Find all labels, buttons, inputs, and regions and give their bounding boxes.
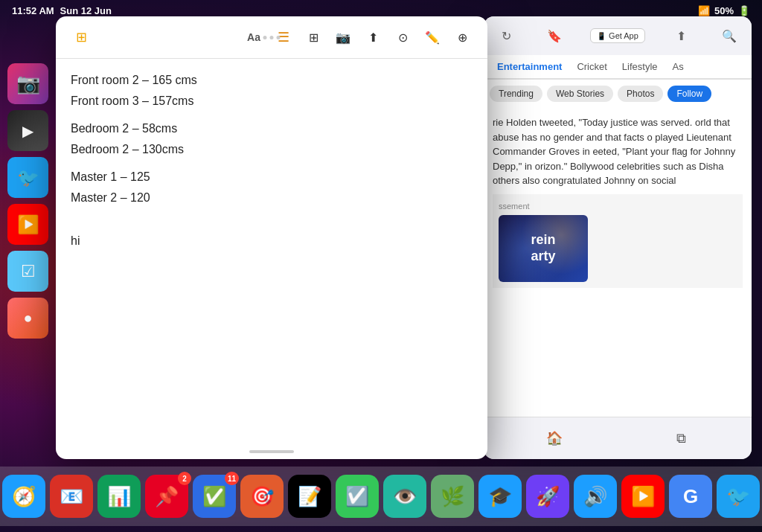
ad-banner: reinarty bbox=[499, 215, 588, 282]
toolbar-left: ⊞ bbox=[68, 24, 95, 51]
browser-nav-tab[interactable]: Lifestyle bbox=[615, 55, 665, 80]
status-left: 11:52 AM Sun 12 Jun bbox=[12, 5, 112, 16]
bookmark-button[interactable]: 🔖 bbox=[542, 24, 566, 48]
dock-icon-skillshare[interactable]: 🎓 bbox=[478, 475, 522, 518]
notes-line: Master 1 – 125 bbox=[71, 167, 473, 187]
twitter-thumb[interactable]: 🐦 bbox=[7, 157, 48, 198]
notes-window: ⊞ Aa ☰ ⊞ 📷 ⬆ ⊙ ✏️ ⊕ Front room 2 – 165 c… bbox=[56, 16, 487, 459]
browser-nav-tab[interactable]: Entertainment bbox=[490, 55, 569, 80]
dock-icon-twitter[interactable]: 🐦 bbox=[717, 475, 760, 518]
video-thumb[interactable]: ▶ bbox=[7, 110, 48, 151]
dock-app-icon: 🔊 bbox=[583, 485, 607, 508]
browser-content: rie Holden tweeted, "Today justice was s… bbox=[484, 108, 752, 417]
get-app-button[interactable]: 📱 Get App bbox=[590, 28, 645, 43]
filter-tab[interactable]: Web Stories bbox=[547, 86, 613, 102]
dock-icon-owly[interactable]: 👁️ bbox=[383, 475, 426, 518]
filter-tab[interactable]: Photos bbox=[618, 86, 663, 102]
dock: 💬🧭📧📊📌2✅11🎯📝☑️👁️🌿🎓🚀🔊▶️G🐦📩1 bbox=[0, 467, 762, 526]
dock-app-icon: 📝 bbox=[298, 485, 321, 508]
youtube-thumb[interactable]: ▶️ bbox=[7, 204, 48, 245]
status-right: 📶 50% 🔋 bbox=[698, 5, 750, 16]
time: 11:52 AM bbox=[12, 5, 54, 16]
ad-text: reinarty bbox=[531, 232, 555, 264]
refresh-button[interactable]: ↻ bbox=[494, 24, 518, 48]
dock-icon-google[interactable]: G bbox=[669, 475, 712, 518]
browser-share-button[interactable]: ⬆ bbox=[669, 24, 693, 48]
filter-tabs: TrendingWeb StoriesPhotosFollow bbox=[484, 80, 752, 108]
table-button[interactable]: ⊞ bbox=[300, 24, 327, 51]
browser-home-button[interactable]: 🏠 bbox=[541, 425, 568, 452]
status-bar: 11:52 AM Sun 12 Jun 📶 50% 🔋 bbox=[0, 0, 762, 21]
dock-app-icon: ✅ bbox=[202, 485, 226, 508]
dock-icon-checkmark[interactable]: ☑️ bbox=[336, 475, 379, 518]
dock-icon-youtube[interactable]: ▶️ bbox=[621, 475, 665, 518]
dock-icon-feedly[interactable]: 🌿 bbox=[431, 475, 474, 518]
notes-line: Master 2 – 120 bbox=[71, 188, 473, 208]
filter-tab[interactable]: Trending bbox=[490, 86, 542, 102]
dock-icon-notion[interactable]: 📝 bbox=[288, 475, 331, 518]
toolbar-dots bbox=[263, 36, 281, 39]
browser-toolbar: ↻ 🔖 📱 Get App ⬆ 🔍 bbox=[484, 16, 752, 55]
battery-icon: 🔋 bbox=[738, 5, 750, 16]
dock-app-icon: 🚀 bbox=[536, 485, 560, 508]
notes-line bbox=[71, 224, 473, 230]
dock-app-icon: 📌 bbox=[155, 485, 179, 508]
notes-line bbox=[71, 160, 473, 166]
pen-button[interactable]: ⊙ bbox=[389, 24, 416, 51]
notes-line: Front room 2 – 165 cms bbox=[71, 71, 473, 90]
dock-badge: 2 bbox=[178, 472, 191, 485]
browser-nav-tabs: EntertainmentCricketLifestyleAs bbox=[484, 55, 752, 80]
dock-app-icon: G bbox=[683, 485, 698, 508]
tasks-thumb[interactable]: ☑ bbox=[7, 251, 48, 292]
battery: 50% bbox=[714, 5, 734, 16]
app-thumb[interactable]: ● bbox=[7, 298, 48, 339]
dock-icon-focus[interactable]: 🎯 bbox=[240, 475, 284, 518]
dock-icon-google-sheets[interactable]: 📊 bbox=[97, 475, 141, 518]
notes-content[interactable]: Front room 2 – 165 cmsFront room 3 – 157… bbox=[56, 59, 487, 444]
dock-app-icon: 📊 bbox=[107, 485, 131, 508]
dock-app-icon: 👁️ bbox=[393, 485, 417, 508]
dock-icon-things[interactable]: ✅11 bbox=[193, 475, 236, 518]
instagram-thumb[interactable]: 📷 bbox=[7, 63, 48, 104]
dock-icon-pinterest[interactable]: 📌2 bbox=[145, 475, 188, 518]
article-text: rie Holden tweeted, "Today justice was s… bbox=[493, 115, 743, 188]
dock-app-icon: 🐦 bbox=[726, 485, 750, 508]
notes-line bbox=[71, 112, 473, 118]
notes-line bbox=[71, 217, 473, 222]
browser-nav-tab[interactable]: As bbox=[665, 55, 691, 80]
notes-line: Front room 3 – 157cms bbox=[71, 92, 473, 111]
browser-window: ↻ 🔖 📱 Get App ⬆ 🔍 EntertainmentCricketLi… bbox=[484, 16, 752, 459]
notes-line: Bedroom 2 – 58cms bbox=[71, 119, 473, 138]
browser-nav-tab[interactable]: Cricket bbox=[569, 55, 614, 80]
browser-tabs-button[interactable]: ⧉ bbox=[667, 425, 694, 452]
share-button[interactable]: ⬆ bbox=[359, 24, 386, 51]
compose-button[interactable]: ✏️ bbox=[419, 24, 446, 51]
dock-app-icon: 🎯 bbox=[250, 485, 274, 508]
notes-toolbar: ⊞ Aa ☰ ⊞ 📷 ⬆ ⊙ ✏️ ⊕ bbox=[56, 16, 487, 59]
get-app-label: Get App bbox=[609, 31, 638, 40]
dock-badge: 11 bbox=[225, 472, 239, 485]
dock-app-icon: ▶️ bbox=[631, 485, 655, 508]
dock-icon-play[interactable]: 🚀 bbox=[526, 475, 569, 518]
sidebar-toggle-button[interactable]: ⊞ bbox=[68, 24, 95, 51]
ad-section: ssement reinarty bbox=[493, 194, 743, 289]
notes-line bbox=[71, 209, 473, 215]
camera-button[interactable]: 📷 bbox=[330, 24, 356, 51]
ad-label: ssement bbox=[499, 200, 737, 213]
search-button[interactable]: 🔍 bbox=[717, 24, 741, 48]
wifi-icon: 📶 bbox=[698, 5, 710, 16]
dock-app-icon: 🧭 bbox=[12, 485, 36, 508]
dock-icon-safari[interactable]: 🧭 bbox=[2, 475, 45, 518]
filter-tab[interactable]: Follow bbox=[667, 86, 711, 102]
date: Sun 12 Jun bbox=[60, 5, 112, 16]
dock-app-icon: 🎓 bbox=[488, 485, 512, 508]
more-button[interactable]: ⊕ bbox=[449, 24, 476, 51]
dock-app-icon: ☑️ bbox=[345, 485, 369, 508]
dock-icon-gmail[interactable]: 📧 bbox=[50, 475, 93, 518]
background-apps: 📷 ▶ 🐦 ▶️ ☑ ● bbox=[7, 63, 48, 339]
dock-app-icon: 🌿 bbox=[441, 485, 464, 508]
dock-app-icon: 📧 bbox=[60, 485, 83, 508]
browser-bottom-bar: 🏠 ⧉ bbox=[484, 417, 752, 459]
notes-line: hi bbox=[71, 231, 473, 251]
dock-icon-alexa[interactable]: 🔊 bbox=[574, 475, 617, 518]
